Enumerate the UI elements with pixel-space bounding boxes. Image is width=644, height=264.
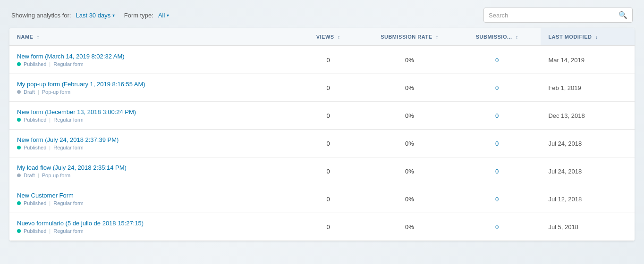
name-cell: Nuevo formulario (5 de julio de 2018 15:… — [9, 213, 291, 241]
last-modified-cell: Jul 24, 2018 — [541, 157, 635, 185]
last-modified-cell: Feb 1, 2019 — [541, 74, 635, 102]
form-type-filter-button[interactable]: All ▾ — [156, 11, 171, 20]
status-label: Published — [24, 145, 46, 150]
status-dot — [17, 90, 21, 94]
name-cell: My lead flow (July 24, 2018 2:35:14 PM)D… — [9, 157, 291, 185]
submission-rate-cell: 0% — [366, 102, 453, 130]
name-cell: New form (July 24, 2018 2:37:39 PM)Publi… — [9, 130, 291, 157]
form-name-link[interactable]: My pop-up form (February 1, 2019 8:16:55… — [17, 81, 283, 88]
form-type-caret-icon: ▾ — [167, 13, 169, 18]
submission-rate-cell: 0% — [366, 157, 453, 185]
table-row: My pop-up form (February 1, 2019 8:16:55… — [9, 74, 635, 102]
submissions-cell: 0 — [453, 102, 541, 130]
name-cell: New form (March 14, 2019 8:02:32 AM)Publ… — [9, 46, 291, 74]
meta-separator: | — [49, 61, 51, 67]
form-meta: Published|Regular form — [17, 145, 283, 150]
table-row: Nuevo formulario (5 de julio de 2018 15:… — [9, 213, 635, 241]
status-dot — [17, 201, 21, 205]
form-name-link[interactable]: My lead flow (July 24, 2018 2:35:14 PM) — [17, 164, 283, 171]
submissions-sort-icon: ↕ — [516, 34, 518, 40]
status-dot — [17, 173, 21, 177]
table-row: My lead flow (July 24, 2018 2:35:14 PM)D… — [9, 157, 635, 185]
search-box: 🔍 — [483, 8, 633, 23]
form-type-label: Pop-up form — [42, 173, 71, 178]
form-name-link[interactable]: New form (July 24, 2018 2:37:39 PM) — [17, 136, 283, 143]
search-icon[interactable]: 🔍 — [619, 11, 627, 19]
views-cell: 0 — [291, 130, 366, 157]
forms-table-container: NAME ↕ VIEWS ↕ SUBMISSION RATE ↕ SUBMISS… — [9, 28, 635, 241]
name-cell: My pop-up form (February 1, 2019 8:16:55… — [9, 74, 291, 102]
views-cell: 0 — [291, 185, 366, 213]
form-type-label: Regular form — [53, 200, 84, 206]
form-name-link[interactable]: New Customer Form — [17, 192, 283, 199]
submissions-cell: 0 — [453, 130, 541, 157]
period-filter-button[interactable]: Last 30 days ▾ — [74, 11, 117, 20]
last-modified-cell: Jul 24, 2018 — [541, 130, 635, 157]
col-header-submissions[interactable]: SUBMISSIO... ↕ — [453, 28, 541, 46]
views-cell: 0 — [291, 102, 366, 130]
form-meta: Draft|Pop-up form — [17, 89, 283, 95]
form-type-label: Form type: — [124, 12, 153, 19]
last-modified-cell: Jul 5, 2018 — [541, 213, 635, 241]
col-header-views[interactable]: VIEWS ↕ — [291, 28, 366, 46]
form-meta: Draft|Pop-up form — [17, 173, 283, 178]
modified-sort-icon: ↓ — [595, 34, 598, 40]
views-cell: 0 — [291, 46, 366, 74]
status-label: Draft — [24, 173, 35, 178]
table-body: New form (March 14, 2019 8:02:32 AM)Publ… — [9, 46, 635, 241]
form-meta: Published|Regular form — [17, 117, 283, 123]
views-sort-icon: ↕ — [338, 34, 340, 40]
last-modified-cell: Jul 12, 2018 — [541, 185, 635, 213]
rate-sort-icon: ↕ — [436, 34, 439, 40]
form-name-link[interactable]: New form (December 13, 2018 3:00:24 PM) — [17, 108, 283, 116]
last-modified-cell: Mar 14, 2019 — [541, 46, 635, 74]
form-meta: Published|Regular form — [17, 200, 283, 206]
submissions-cell: 0 — [453, 74, 541, 102]
status-label: Published — [24, 61, 46, 67]
submission-rate-cell: 0% — [366, 74, 453, 102]
submission-rate-cell: 0% — [366, 130, 453, 157]
showing-label: Showing analytics for: — [11, 12, 71, 19]
col-header-last-modified[interactable]: LAST MODIFIED ↓ — [541, 28, 635, 46]
col-header-submission-rate[interactable]: SUBMISSION RATE ↕ — [366, 28, 453, 46]
meta-separator: | — [49, 117, 51, 123]
separator — [119, 12, 121, 19]
views-cell: 0 — [291, 213, 366, 241]
name-sort-icon: ↕ — [37, 34, 40, 40]
table-header: NAME ↕ VIEWS ↕ SUBMISSION RATE ↕ SUBMISS… — [9, 28, 635, 46]
submissions-cell: 0 — [453, 46, 541, 74]
form-type-label: Regular form — [53, 61, 84, 67]
views-cell: 0 — [291, 157, 366, 185]
search-input[interactable] — [489, 12, 619, 19]
name-cell: New form (December 13, 2018 3:00:24 PM)P… — [9, 102, 291, 130]
submissions-cell: 0 — [453, 185, 541, 213]
col-header-name[interactable]: NAME ↕ — [9, 28, 291, 46]
toolbar-left: Showing analytics for: Last 30 days ▾ Fo… — [11, 11, 171, 20]
status-label: Published — [24, 228, 46, 234]
table-row: New form (July 24, 2018 2:37:39 PM)Publi… — [9, 130, 635, 157]
form-type-label: Regular form — [53, 228, 84, 234]
table-row: New Customer FormPublished|Regular form0… — [9, 185, 635, 213]
form-type-label: Regular form — [53, 117, 84, 123]
toolbar: Showing analytics for: Last 30 days ▾ Fo… — [9, 8, 635, 23]
form-name-link[interactable]: Nuevo formulario (5 de julio de 2018 15:… — [17, 220, 283, 227]
submission-rate-cell: 0% — [366, 46, 453, 74]
last-modified-cell: Dec 13, 2018 — [541, 102, 635, 130]
submission-rate-cell: 0% — [366, 213, 453, 241]
form-meta: Published|Regular form — [17, 61, 283, 67]
status-label: Published — [24, 200, 46, 206]
form-type-label: Regular form — [53, 145, 84, 150]
form-meta: Published|Regular form — [17, 228, 283, 234]
status-label: Published — [24, 117, 46, 123]
submissions-cell: 0 — [453, 213, 541, 241]
form-type-label: Pop-up form — [42, 89, 71, 95]
views-cell: 0 — [291, 74, 366, 102]
meta-separator: | — [49, 228, 51, 234]
form-name-link[interactable]: New form (March 14, 2019 8:02:32 AM) — [17, 53, 283, 60]
meta-separator: | — [49, 200, 51, 206]
status-dot — [17, 62, 21, 66]
meta-separator: | — [38, 173, 39, 178]
status-dot — [17, 118, 21, 122]
meta-separator: | — [38, 89, 39, 95]
status-dot — [17, 146, 21, 149]
